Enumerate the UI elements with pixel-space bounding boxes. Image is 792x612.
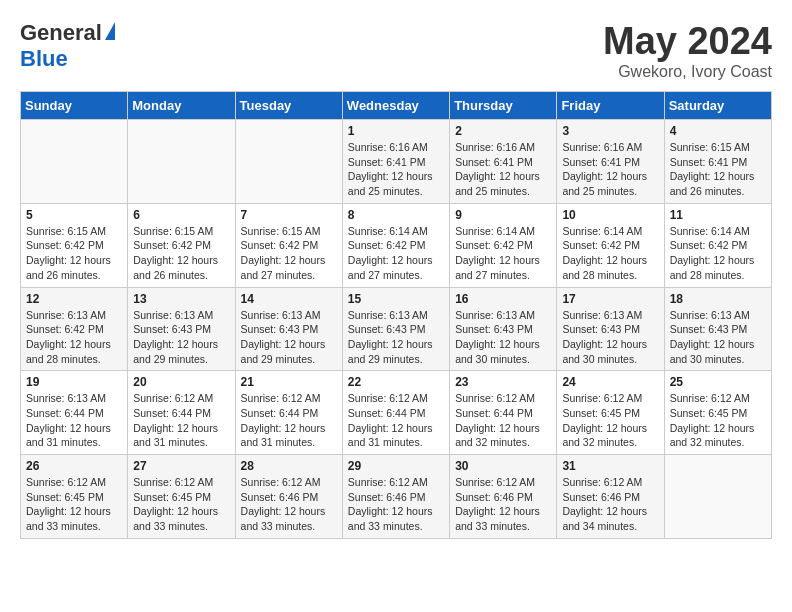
week-row-3: 12Sunrise: 6:13 AM Sunset: 6:42 PM Dayli… [21, 287, 772, 371]
calendar-cell: 2Sunrise: 6:16 AM Sunset: 6:41 PM Daylig… [450, 120, 557, 204]
calendar-cell: 28Sunrise: 6:12 AM Sunset: 6:46 PM Dayli… [235, 455, 342, 539]
day-number: 14 [241, 292, 337, 306]
day-number: 20 [133, 375, 229, 389]
day-number: 27 [133, 459, 229, 473]
day-header-wednesday: Wednesday [342, 92, 449, 120]
day-info: Sunrise: 6:13 AM Sunset: 6:42 PM Dayligh… [26, 308, 122, 367]
calendar-cell: 4Sunrise: 6:15 AM Sunset: 6:41 PM Daylig… [664, 120, 771, 204]
calendar-cell: 1Sunrise: 6:16 AM Sunset: 6:41 PM Daylig… [342, 120, 449, 204]
day-header-friday: Friday [557, 92, 664, 120]
calendar-cell [235, 120, 342, 204]
day-info: Sunrise: 6:14 AM Sunset: 6:42 PM Dayligh… [562, 224, 658, 283]
calendar-cell: 7Sunrise: 6:15 AM Sunset: 6:42 PM Daylig… [235, 203, 342, 287]
header-row: SundayMondayTuesdayWednesdayThursdayFrid… [21, 92, 772, 120]
week-row-1: 1Sunrise: 6:16 AM Sunset: 6:41 PM Daylig… [21, 120, 772, 204]
calendar-cell: 8Sunrise: 6:14 AM Sunset: 6:42 PM Daylig… [342, 203, 449, 287]
day-info: Sunrise: 6:15 AM Sunset: 6:42 PM Dayligh… [241, 224, 337, 283]
day-number: 28 [241, 459, 337, 473]
day-info: Sunrise: 6:16 AM Sunset: 6:41 PM Dayligh… [348, 140, 444, 199]
day-number: 12 [26, 292, 122, 306]
day-number: 19 [26, 375, 122, 389]
day-number: 2 [455, 124, 551, 138]
month-title: May 2024 [603, 20, 772, 63]
day-info: Sunrise: 6:13 AM Sunset: 6:43 PM Dayligh… [562, 308, 658, 367]
day-info: Sunrise: 6:12 AM Sunset: 6:46 PM Dayligh… [241, 475, 337, 534]
day-number: 30 [455, 459, 551, 473]
day-info: Sunrise: 6:13 AM Sunset: 6:43 PM Dayligh… [133, 308, 229, 367]
calendar-cell: 24Sunrise: 6:12 AM Sunset: 6:45 PM Dayli… [557, 371, 664, 455]
calendar-cell: 13Sunrise: 6:13 AM Sunset: 6:43 PM Dayli… [128, 287, 235, 371]
day-info: Sunrise: 6:13 AM Sunset: 6:43 PM Dayligh… [455, 308, 551, 367]
day-header-sunday: Sunday [21, 92, 128, 120]
calendar-cell: 18Sunrise: 6:13 AM Sunset: 6:43 PM Dayli… [664, 287, 771, 371]
calendar-cell: 17Sunrise: 6:13 AM Sunset: 6:43 PM Dayli… [557, 287, 664, 371]
day-info: Sunrise: 6:12 AM Sunset: 6:46 PM Dayligh… [455, 475, 551, 534]
calendar-cell: 27Sunrise: 6:12 AM Sunset: 6:45 PM Dayli… [128, 455, 235, 539]
day-number: 17 [562, 292, 658, 306]
day-info: Sunrise: 6:12 AM Sunset: 6:45 PM Dayligh… [562, 391, 658, 450]
day-info: Sunrise: 6:13 AM Sunset: 6:43 PM Dayligh… [241, 308, 337, 367]
title-area: May 2024 Gwekoro, Ivory Coast [603, 20, 772, 81]
day-number: 26 [26, 459, 122, 473]
calendar-cell: 23Sunrise: 6:12 AM Sunset: 6:44 PM Dayli… [450, 371, 557, 455]
day-info: Sunrise: 6:13 AM Sunset: 6:44 PM Dayligh… [26, 391, 122, 450]
day-number: 11 [670, 208, 766, 222]
week-row-2: 5Sunrise: 6:15 AM Sunset: 6:42 PM Daylig… [21, 203, 772, 287]
calendar-cell: 6Sunrise: 6:15 AM Sunset: 6:42 PM Daylig… [128, 203, 235, 287]
calendar-cell: 15Sunrise: 6:13 AM Sunset: 6:43 PM Dayli… [342, 287, 449, 371]
day-number: 7 [241, 208, 337, 222]
day-number: 4 [670, 124, 766, 138]
day-info: Sunrise: 6:14 AM Sunset: 6:42 PM Dayligh… [455, 224, 551, 283]
calendar-cell [21, 120, 128, 204]
day-info: Sunrise: 6:12 AM Sunset: 6:44 PM Dayligh… [455, 391, 551, 450]
calendar-cell: 25Sunrise: 6:12 AM Sunset: 6:45 PM Dayli… [664, 371, 771, 455]
logo-general-text: General [20, 20, 102, 46]
calendar-cell: 19Sunrise: 6:13 AM Sunset: 6:44 PM Dayli… [21, 371, 128, 455]
calendar-cell [128, 120, 235, 204]
day-number: 21 [241, 375, 337, 389]
logo-triangle-icon [105, 22, 115, 40]
day-info: Sunrise: 6:16 AM Sunset: 6:41 PM Dayligh… [455, 140, 551, 199]
day-number: 29 [348, 459, 444, 473]
day-info: Sunrise: 6:13 AM Sunset: 6:43 PM Dayligh… [348, 308, 444, 367]
day-header-tuesday: Tuesday [235, 92, 342, 120]
day-info: Sunrise: 6:12 AM Sunset: 6:46 PM Dayligh… [348, 475, 444, 534]
calendar-cell: 31Sunrise: 6:12 AM Sunset: 6:46 PM Dayli… [557, 455, 664, 539]
calendar-cell: 14Sunrise: 6:13 AM Sunset: 6:43 PM Dayli… [235, 287, 342, 371]
location-subtitle: Gwekoro, Ivory Coast [603, 63, 772, 81]
calendar-cell: 9Sunrise: 6:14 AM Sunset: 6:42 PM Daylig… [450, 203, 557, 287]
calendar-cell: 29Sunrise: 6:12 AM Sunset: 6:46 PM Dayli… [342, 455, 449, 539]
day-info: Sunrise: 6:15 AM Sunset: 6:42 PM Dayligh… [133, 224, 229, 283]
day-info: Sunrise: 6:14 AM Sunset: 6:42 PM Dayligh… [348, 224, 444, 283]
calendar-cell: 11Sunrise: 6:14 AM Sunset: 6:42 PM Dayli… [664, 203, 771, 287]
calendar-cell: 26Sunrise: 6:12 AM Sunset: 6:45 PM Dayli… [21, 455, 128, 539]
day-info: Sunrise: 6:12 AM Sunset: 6:45 PM Dayligh… [26, 475, 122, 534]
day-number: 25 [670, 375, 766, 389]
day-number: 13 [133, 292, 229, 306]
day-info: Sunrise: 6:13 AM Sunset: 6:43 PM Dayligh… [670, 308, 766, 367]
day-info: Sunrise: 6:16 AM Sunset: 6:41 PM Dayligh… [562, 140, 658, 199]
day-info: Sunrise: 6:12 AM Sunset: 6:44 PM Dayligh… [241, 391, 337, 450]
day-header-thursday: Thursday [450, 92, 557, 120]
day-info: Sunrise: 6:12 AM Sunset: 6:44 PM Dayligh… [348, 391, 444, 450]
calendar-cell: 12Sunrise: 6:13 AM Sunset: 6:42 PM Dayli… [21, 287, 128, 371]
day-number: 3 [562, 124, 658, 138]
logo: General Blue [20, 20, 115, 72]
day-info: Sunrise: 6:15 AM Sunset: 6:42 PM Dayligh… [26, 224, 122, 283]
day-number: 18 [670, 292, 766, 306]
day-number: 5 [26, 208, 122, 222]
calendar-cell: 21Sunrise: 6:12 AM Sunset: 6:44 PM Dayli… [235, 371, 342, 455]
day-info: Sunrise: 6:12 AM Sunset: 6:46 PM Dayligh… [562, 475, 658, 534]
day-header-saturday: Saturday [664, 92, 771, 120]
day-number: 10 [562, 208, 658, 222]
calendar-table: SundayMondayTuesdayWednesdayThursdayFrid… [20, 91, 772, 539]
day-info: Sunrise: 6:12 AM Sunset: 6:44 PM Dayligh… [133, 391, 229, 450]
week-row-5: 26Sunrise: 6:12 AM Sunset: 6:45 PM Dayli… [21, 455, 772, 539]
day-number: 16 [455, 292, 551, 306]
calendar-cell: 5Sunrise: 6:15 AM Sunset: 6:42 PM Daylig… [21, 203, 128, 287]
calendar-cell: 10Sunrise: 6:14 AM Sunset: 6:42 PM Dayli… [557, 203, 664, 287]
logo-blue-text: Blue [20, 46, 68, 72]
day-number: 31 [562, 459, 658, 473]
calendar-cell: 22Sunrise: 6:12 AM Sunset: 6:44 PM Dayli… [342, 371, 449, 455]
day-number: 23 [455, 375, 551, 389]
